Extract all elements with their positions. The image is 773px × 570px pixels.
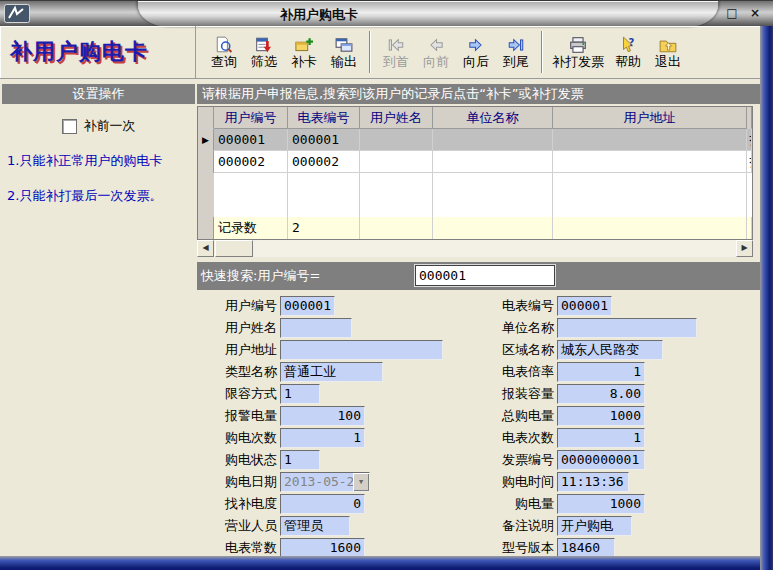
toolbar-button-printer[interactable]: 补打发票 bbox=[548, 34, 608, 71]
field-value: 1 bbox=[284, 386, 292, 401]
table-cell[interactable] bbox=[433, 129, 553, 151]
form-field[interactable]: 18460 bbox=[557, 538, 615, 558]
toolbar-button-arrow-next[interactable]: 向后 bbox=[456, 34, 496, 71]
field-label: 类型名称 bbox=[205, 362, 277, 382]
help-cursor-icon: ? bbox=[619, 36, 637, 54]
toolbar-button-arrow-prev: 向前 bbox=[416, 34, 456, 71]
field-label: 用户地址 bbox=[205, 340, 277, 360]
arrow-prev-icon bbox=[427, 36, 445, 54]
column-header[interactable]: 用户地址 bbox=[553, 107, 747, 129]
form-field[interactable]: 0 bbox=[280, 494, 365, 514]
sidebar: 设置操作 补前一次 1.只能补正常用户的购电卡 2.只能补打最后一次发票。 bbox=[2, 84, 195, 556]
table-cell[interactable] bbox=[553, 129, 747, 151]
form-field[interactable] bbox=[557, 318, 697, 338]
form-field[interactable]: 100 bbox=[280, 406, 365, 426]
close-button[interactable]: × bbox=[747, 5, 763, 21]
column-header bbox=[747, 107, 752, 129]
field-value: 普通工业 bbox=[284, 364, 336, 379]
field-label: 购电时间 bbox=[447, 472, 554, 492]
form-field[interactable] bbox=[280, 318, 352, 338]
column-header[interactable]: 用户编号 bbox=[214, 107, 288, 129]
window-frame-right bbox=[760, 26, 773, 570]
form-field[interactable]: 1 bbox=[280, 384, 320, 404]
horizontal-scrollbar[interactable]: ◀ ▶ bbox=[197, 240, 753, 257]
field-value: 0000000001 bbox=[561, 452, 639, 467]
table-filler-cell bbox=[214, 173, 288, 217]
column-header[interactable]: 用户姓名 bbox=[360, 107, 433, 129]
table-cell[interactable]: 000001 bbox=[214, 129, 288, 151]
form-field[interactable]: 1600 bbox=[280, 538, 365, 558]
field-value: 1 bbox=[633, 430, 641, 445]
form-field[interactable]: 管理员 bbox=[280, 516, 350, 536]
field-value: 1 bbox=[353, 430, 361, 445]
form-field[interactable]: 2013-05-25▼ bbox=[280, 472, 370, 492]
form-field[interactable]: 000001 bbox=[557, 296, 612, 316]
table-cell[interactable] bbox=[360, 151, 433, 173]
toolbar-button-help-cursor[interactable]: ?帮助 bbox=[608, 34, 648, 71]
field-value: 管理员 bbox=[284, 518, 323, 533]
form-field[interactable]: 8.00 bbox=[557, 384, 645, 404]
pre-previous-option[interactable]: 补前一次 bbox=[2, 117, 195, 135]
form-field[interactable]: 1 bbox=[280, 450, 320, 470]
quick-search-label: 快速搜索:用户编号= bbox=[201, 266, 320, 286]
table-footer-cell bbox=[747, 217, 752, 239]
form-field[interactable]: 11:13:36 bbox=[557, 472, 629, 492]
export-window-icon bbox=[335, 36, 353, 54]
field-value: 1000 bbox=[610, 408, 641, 423]
table-cell[interactable]: 000002 bbox=[288, 151, 360, 173]
form-field[interactable]: 1 bbox=[557, 362, 645, 382]
toolbar-button-exit-folder[interactable]: 退出 bbox=[648, 34, 688, 71]
toolbar-button-arrow-last[interactable]: 到尾 bbox=[496, 34, 536, 71]
table-cell[interactable] bbox=[433, 151, 553, 173]
field-value: 1 bbox=[284, 452, 292, 467]
toolbar-button-label: 向后 bbox=[463, 54, 489, 69]
table-row[interactable]: 000002000002扌 bbox=[198, 151, 752, 173]
printer-icon bbox=[569, 36, 587, 54]
table-cell[interactable]: 000002 bbox=[214, 151, 288, 173]
column-header[interactable]: 电表编号 bbox=[288, 107, 360, 129]
field-label: 总购电量 bbox=[447, 406, 554, 426]
table-cell[interactable]: 000001 bbox=[288, 129, 360, 151]
toolbar-button-label: 到首 bbox=[383, 54, 409, 69]
toolbar-button-filter-calendar[interactable]: 筛选 bbox=[244, 34, 284, 71]
maximize-button[interactable]: □ bbox=[724, 5, 740, 21]
form-field[interactable]: 1000 bbox=[557, 494, 645, 514]
column-header[interactable]: 单位名称 bbox=[433, 107, 553, 129]
quick-search-bar: 快速搜索:用户编号= bbox=[197, 262, 760, 290]
form-field[interactable]: 1 bbox=[557, 428, 645, 448]
row-indicator: ▶ bbox=[198, 129, 214, 151]
table-filler-cell bbox=[288, 173, 360, 217]
table-filler-row bbox=[198, 173, 752, 217]
field-label: 营业人员 bbox=[205, 516, 277, 536]
quick-search-input[interactable] bbox=[415, 265, 555, 286]
toolbar-button-label: 帮助 bbox=[615, 54, 641, 69]
form-field[interactable] bbox=[280, 340, 443, 360]
table-cell[interactable] bbox=[553, 151, 747, 173]
detail-form: 用户编号000001用户姓名用户地址类型名称普通工业限容方式1报警电量100购电… bbox=[197, 290, 760, 556]
toolbar-button-label: 筛选 bbox=[251, 54, 277, 69]
form-field[interactable]: 城东人民路变 bbox=[557, 340, 663, 360]
scroll-right-button[interactable]: ▶ bbox=[736, 240, 753, 257]
form-field[interactable]: 000001 bbox=[280, 296, 335, 316]
form-field[interactable]: 0000000001 bbox=[557, 450, 645, 470]
toolbar-button-search-doc[interactable]: 查询 bbox=[204, 34, 244, 71]
scroll-left-button[interactable]: ◀ bbox=[197, 240, 214, 257]
checkbox-icon[interactable] bbox=[62, 119, 77, 134]
combo-dropdown-button[interactable]: ▼ bbox=[353, 473, 369, 491]
scrollbar-thumb[interactable] bbox=[215, 240, 253, 257]
form-field[interactable]: 开户购电 bbox=[557, 516, 632, 536]
toolbar-button-card-new[interactable]: 补卡 bbox=[284, 34, 324, 71]
form-field[interactable]: 1000 bbox=[557, 406, 645, 426]
page-title: 补用户购电卡 bbox=[0, 26, 195, 67]
toolbar-button-export-window[interactable]: 输出 bbox=[324, 34, 364, 71]
sidebar-note-2: 2.只能补打最后一次发票。 bbox=[7, 187, 195, 205]
field-label: 用户姓名 bbox=[205, 318, 277, 338]
arrow-first-icon bbox=[387, 36, 405, 54]
arrow-last-icon bbox=[507, 36, 525, 54]
field-value: 100 bbox=[338, 408, 361, 423]
form-field[interactable]: 普通工业 bbox=[280, 362, 383, 382]
table-footer-row: 记录数2 bbox=[198, 217, 752, 239]
table-cell[interactable] bbox=[360, 129, 433, 151]
form-field[interactable]: 1 bbox=[280, 428, 365, 448]
table-row[interactable]: ▶000001000001扌 bbox=[198, 129, 752, 151]
